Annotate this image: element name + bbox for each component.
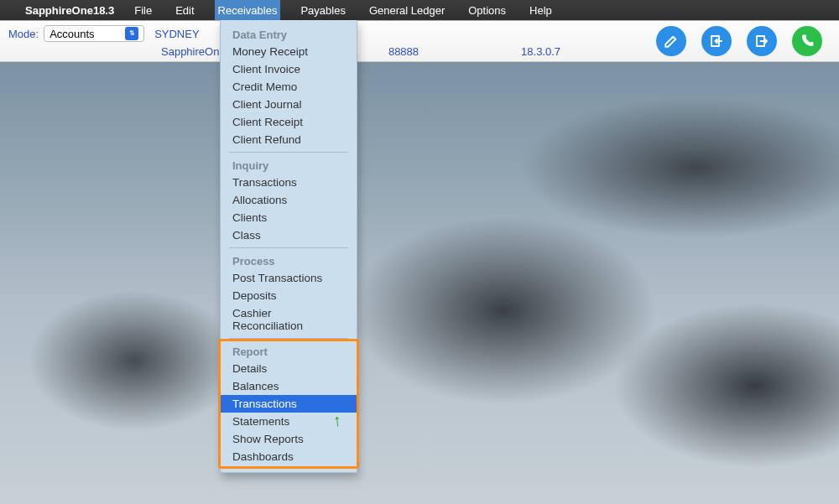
import-icon[interactable] xyxy=(701,26,732,56)
dropdown-item[interactable]: Credit Memo xyxy=(221,78,357,96)
menu-receivables[interactable]: Receivables xyxy=(215,0,281,20)
edit-icon[interactable] xyxy=(656,26,686,56)
mac-menubar: SapphireOne18.3 File Edit Receivables Pa… xyxy=(0,0,839,20)
dropdown-divider xyxy=(229,338,348,339)
dropdown-section-header: Inquiry xyxy=(221,156,357,174)
app-toolbar: Mode: Accounts ⇅ SYDNEY SapphireOne S 88… xyxy=(0,20,839,62)
chevron-updown-icon: ⇅ xyxy=(125,27,138,40)
receivables-dropdown: Data EntryMoney ReceiptClient InvoiceCre… xyxy=(220,20,357,473)
export-icon[interactable] xyxy=(747,26,777,56)
dropdown-item[interactable]: Balances xyxy=(221,377,357,395)
dropdown-section-header: Report xyxy=(221,342,357,360)
phone-icon[interactable] xyxy=(792,26,822,56)
dropdown-item[interactable]: Cashier Reconciliation xyxy=(221,304,357,335)
app-title[interactable]: SapphireOne18.3 xyxy=(25,4,114,17)
version-value: 18.3.0.7 xyxy=(521,45,560,58)
mode-select-value: Accounts xyxy=(50,28,94,40)
dropdown-item[interactable]: Clients xyxy=(221,209,357,226)
desktop-wallpaper xyxy=(0,0,839,504)
dropdown-divider xyxy=(229,152,348,153)
dropdown-item[interactable]: Client Journal xyxy=(221,96,357,113)
menu-general-ledger[interactable]: General Ledger xyxy=(366,0,448,20)
mode-label: Mode: xyxy=(8,28,39,40)
dropdown-divider xyxy=(229,247,348,248)
menu-payables[interactable]: Payables xyxy=(297,0,348,20)
annotation-arrow-icon: ↑ xyxy=(332,411,342,431)
dropdown-item[interactable]: Details xyxy=(221,360,357,377)
menu-edit[interactable]: Edit xyxy=(172,0,197,20)
menu-help[interactable]: Help xyxy=(526,0,555,20)
dropdown-item[interactable]: Dashboards xyxy=(221,448,357,465)
dropdown-item[interactable]: Deposits xyxy=(221,287,357,304)
dropdown-item[interactable]: Allocations xyxy=(221,191,357,209)
dropdown-item[interactable]: Post Transactions xyxy=(221,269,357,287)
mode-select[interactable]: Accounts ⇅ xyxy=(44,25,144,42)
dropdown-item[interactable]: Client Invoice xyxy=(221,60,357,78)
dropdown-section-header: Process xyxy=(221,252,357,269)
dropdown-item[interactable]: Client Receipt xyxy=(221,113,357,131)
dropdown-item[interactable]: Show Reports xyxy=(221,430,357,448)
menu-options[interactable]: Options xyxy=(465,0,509,20)
dropdown-item[interactable]: Transactions xyxy=(221,395,357,413)
dropdown-item[interactable]: Money Receipt xyxy=(221,43,357,60)
location-link[interactable]: SYDNEY xyxy=(154,28,199,40)
code-value: 88888 xyxy=(388,45,419,58)
dropdown-item[interactable]: Class xyxy=(221,226,357,244)
menu-file[interactable]: File xyxy=(131,0,155,20)
dropdown-item[interactable]: Client Refund xyxy=(221,131,357,148)
dropdown-section-header: Data Entry xyxy=(221,25,357,43)
dropdown-item[interactable]: Transactions xyxy=(221,174,357,191)
